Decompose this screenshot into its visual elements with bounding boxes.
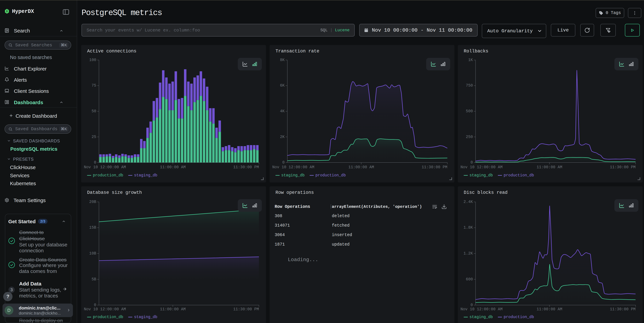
svg-text:750: 750: [466, 83, 473, 88]
svg-text:0: 0: [470, 303, 473, 307]
svg-text:Nov 10 12:00:00 AM: Nov 10 12:00:00 AM: [460, 307, 502, 312]
svg-text:11:00:00 AM: 11:00:00 AM: [160, 307, 186, 312]
svg-text:Transaction rate: Transaction rate: [276, 49, 319, 54]
svg-text:Row Operations: Row Operations: [275, 204, 310, 209]
svg-text:25: 25: [92, 135, 96, 139]
svg-text:250: 250: [466, 135, 473, 139]
svg-text:11:00:00 AM: 11:00:00 AM: [536, 165, 562, 170]
svg-text:staging_db: staging_db: [134, 173, 157, 178]
svg-text:Database size growth: Database size growth: [87, 190, 142, 195]
svg-text:11:30:00 PM: 11:30:00 PM: [233, 307, 259, 312]
svg-text:1.2K: 1.2K: [464, 251, 473, 256]
svg-text:600: 600: [466, 277, 473, 282]
svg-text:0: 0: [470, 160, 473, 165]
svg-text:2.4K: 2.4K: [464, 200, 473, 204]
svg-text:inserted: inserted: [332, 232, 352, 238]
svg-text:production_db: production_db: [504, 173, 534, 178]
svg-text:fetched: fetched: [332, 223, 350, 228]
svg-text:11:00:00 AM: 11:00:00 AM: [536, 307, 562, 312]
svg-text:1871: 1871: [275, 242, 285, 247]
svg-text:8K: 8K: [280, 58, 284, 62]
svg-text:Active connections: Active connections: [87, 49, 136, 54]
svg-text:staging_db: staging_db: [281, 173, 304, 178]
svg-text:11:30:00 PM: 11:30:00 PM: [422, 165, 447, 170]
svg-text:staging_db: staging_db: [470, 173, 493, 178]
svg-text:10B: 10B: [89, 251, 96, 256]
svg-text:arrayElement(Attributes, 'oper: arrayElement(Attributes, 'operation'): [332, 204, 422, 209]
svg-text:Row operations: Row operations: [276, 190, 314, 195]
svg-text:11:30:00 PM: 11:30:00 PM: [610, 165, 636, 170]
svg-text:11:30:00 PM: 11:30:00 PM: [233, 165, 259, 170]
svg-text:314071: 314071: [275, 223, 290, 228]
svg-text:0: 0: [94, 160, 96, 165]
svg-text:100: 100: [89, 58, 96, 62]
svg-text:Disc blocks read: Disc blocks read: [464, 190, 508, 195]
svg-text:75: 75: [92, 83, 96, 88]
svg-text:11:30:00 PM: 11:30:00 PM: [610, 307, 636, 312]
svg-text:production_db: production_db: [504, 315, 534, 319]
svg-text:0: 0: [282, 160, 284, 165]
svg-text:5B: 5B: [92, 277, 96, 282]
svg-text:11:00:00 AM: 11:00:00 AM: [348, 165, 374, 170]
svg-text:2K: 2K: [280, 135, 284, 139]
svg-text:Nov 10 12:00:00 AM: Nov 10 12:00:00 AM: [84, 165, 126, 170]
svg-text:Rollbacks: Rollbacks: [464, 49, 488, 54]
svg-text:308: 308: [275, 214, 282, 218]
svg-text:updated: updated: [332, 242, 350, 247]
svg-text:production_db: production_db: [316, 173, 346, 178]
svg-text:Nov 10 12:00:00 AM: Nov 10 12:00:00 AM: [84, 307, 126, 312]
svg-text:Nov 10 12:00:00 AM: Nov 10 12:00:00 AM: [272, 165, 314, 170]
svg-text:4K: 4K: [280, 109, 284, 114]
svg-text:0: 0: [94, 303, 96, 307]
svg-text:staging_db: staging_db: [134, 315, 157, 319]
svg-text:20B: 20B: [89, 200, 96, 204]
svg-text:Loading...: Loading...: [288, 257, 318, 263]
svg-text:staging_db: staging_db: [470, 315, 493, 319]
svg-text:500: 500: [466, 109, 473, 114]
svg-text:15B: 15B: [89, 226, 96, 230]
svg-text:1.8K: 1.8K: [464, 226, 473, 230]
svg-text:11:00:00 AM: 11:00:00 AM: [160, 165, 186, 170]
svg-text:deleted: deleted: [332, 214, 350, 218]
svg-text:1K: 1K: [468, 58, 473, 62]
svg-text:6K: 6K: [280, 83, 284, 88]
svg-text:production_db: production_db: [93, 173, 123, 178]
svg-text:Nov 10 12:00:00 AM: Nov 10 12:00:00 AM: [460, 165, 502, 170]
svg-text:production_db: production_db: [93, 315, 123, 319]
svg-text:50: 50: [92, 109, 96, 114]
svg-text:3064: 3064: [275, 232, 285, 238]
